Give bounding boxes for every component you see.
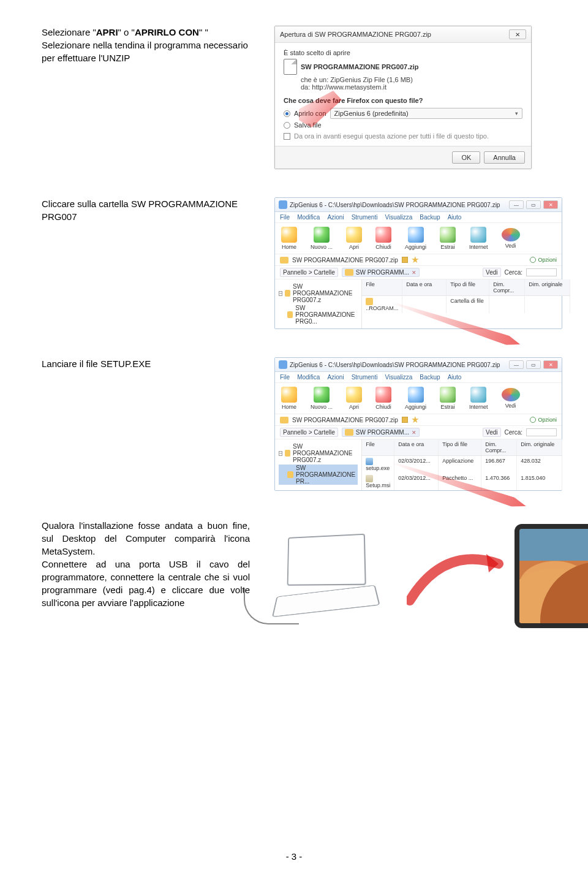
radio-open-with[interactable] (284, 110, 290, 117)
toolbar-home[interactable]: Home (281, 227, 297, 250)
usb-cable (244, 588, 299, 624)
vedi-button[interactable]: Vedi (483, 268, 500, 277)
cancel-button[interactable]: Annulla (484, 151, 525, 164)
toolbar-add[interactable]: Aggiungi (405, 227, 426, 250)
col-type[interactable]: Tipo di file (439, 439, 481, 455)
tree-item[interactable]: −SW PROGRAMMAZIONE PRG007.z (279, 283, 358, 303)
msi-file-icon (366, 475, 373, 482)
option-save-file[interactable]: Salva file (284, 121, 522, 129)
prompt-text: È stato scelto di aprire (284, 49, 522, 56)
menu-item[interactable]: Modifica (297, 374, 320, 381)
tab-row: Pannello > Cartelle SW PROGRAMM...✕ Vedi… (275, 426, 562, 439)
menu-item[interactable]: Backup (420, 214, 440, 221)
col-date[interactable]: Data e ora (402, 279, 447, 295)
options-link[interactable]: Opzioni (530, 417, 557, 423)
toolbar-new[interactable]: Nuovo ... (311, 227, 333, 250)
menu-item[interactable]: Aiuto (448, 214, 462, 221)
menu-item[interactable]: Aiuto (448, 374, 462, 381)
menu-item[interactable]: File (280, 374, 290, 381)
close-icon[interactable]: ✕ (543, 360, 558, 369)
minimize-icon[interactable]: — (509, 200, 524, 209)
col-file[interactable]: File (362, 279, 402, 295)
col-file[interactable]: File (362, 439, 394, 455)
menu-item[interactable]: File (280, 214, 290, 221)
zipgenius-window: ZipGenius 6 - C:\Users\hp\Downloads\SW P… (274, 197, 562, 329)
close-icon[interactable]: ✕ (543, 200, 558, 209)
toolbar-internet[interactable]: Internet (469, 387, 488, 410)
options-link[interactable]: Opzioni (530, 257, 557, 263)
ok-button[interactable]: OK (452, 151, 480, 164)
toolbar-open[interactable]: Apri (346, 387, 362, 410)
toolbar-view[interactable]: Vedi (502, 388, 520, 409)
collapse-icon[interactable]: − (279, 291, 282, 296)
list-item[interactable]: ..ROGRAM... Cartella di file (362, 296, 570, 313)
maximize-icon[interactable]: ▭ (526, 360, 541, 369)
toolbar-extract[interactable]: Estrai (440, 227, 456, 250)
option-open-with[interactable]: Aprirlo con ZipGenius 6 (predefinita) ▾ (284, 108, 522, 119)
col-date[interactable]: Data e ora (394, 439, 439, 455)
col-type[interactable]: Tipo di file (447, 279, 489, 295)
tree-item-selected[interactable]: SW PROGRAMMAZIONE PR... (279, 465, 358, 485)
file-source: da: http://www.metasystem.it (301, 83, 522, 91)
close-icon[interactable]: ✕ (509, 29, 526, 39)
search-input[interactable] (526, 268, 557, 276)
vedi-button[interactable]: Vedi (483, 428, 500, 437)
content-pane: −SW PROGRAMMAZIONE PRG007.z SW PROGRAMMA… (275, 439, 562, 490)
minimize-icon[interactable]: — (509, 360, 524, 369)
close-tab-icon[interactable]: ✕ (412, 430, 417, 436)
path-bar: SW PROGRAMMAZIONE PRG007.zip Opzioni (275, 254, 562, 266)
close-icon (375, 227, 391, 243)
menu-item[interactable]: Azioni (327, 374, 344, 381)
toolbar-add[interactable]: Aggiungi (405, 387, 426, 410)
search-input[interactable] (526, 428, 557, 436)
instruction-text-1: Selezionare "APRI" o "APRIRLO CON" " Sel… (42, 26, 274, 64)
folder-icon (280, 257, 288, 264)
list-pane: File Data e ora Tipo di file Dim. Compr.… (362, 279, 570, 328)
collapse-icon[interactable]: − (279, 451, 282, 456)
open-icon (346, 227, 362, 243)
gear-icon (530, 417, 536, 423)
toolbar-close[interactable]: Chiudi (375, 227, 391, 250)
menu-item[interactable]: Modifica (297, 214, 320, 221)
tree-item[interactable]: −SW PROGRAMMAZIONE PRG007.z (279, 443, 358, 463)
star-icon (412, 256, 419, 264)
tab-active[interactable]: SW PROGRAMM...✕ (342, 268, 420, 277)
text: Qualora l'installazione fosse andata a b… (42, 519, 250, 609)
col-dim[interactable]: Dim. Compr... (481, 439, 517, 455)
toolbar-close[interactable]: Chiudi (375, 387, 391, 410)
col-orig[interactable]: Dim. originale (525, 279, 570, 295)
toolbar-internet[interactable]: Internet (469, 227, 488, 250)
col-orig[interactable]: Dim. originale (517, 439, 562, 455)
panel-toggle[interactable]: Pannello > Cartelle (280, 268, 338, 277)
menu-item[interactable]: Visualizza (385, 374, 412, 381)
checkbox-remember[interactable] (284, 133, 290, 140)
radio-save-file[interactable] (284, 122, 290, 129)
col-dim[interactable]: Dim. Compr... (489, 279, 525, 295)
tree-item[interactable]: SW PROGRAMMAZIONE PRG0... (279, 305, 358, 325)
panel-toggle[interactable]: Pannello > Cartelle (280, 428, 338, 437)
column-headers: File Data e ora Tipo di file Dim. Compr.… (362, 439, 562, 456)
toolbar-open[interactable]: Apri (346, 227, 362, 250)
star-icon (412, 416, 419, 423)
toolbar-extract[interactable]: Estrai (440, 387, 456, 410)
option-remember[interactable]: Da ora in avanti esegui questa azione pe… (284, 132, 522, 140)
menu-item[interactable]: Azioni (327, 214, 344, 221)
toolbar-home[interactable]: Home (281, 387, 297, 410)
maximize-icon[interactable]: ▭ (526, 200, 541, 209)
home-icon (281, 227, 297, 243)
list-item[interactable]: setup.exe 02/03/2012... Applicazione 196… (362, 456, 562, 473)
tab-active[interactable]: SW PROGRAMM...✕ (342, 428, 420, 437)
menu-item[interactable]: Visualizza (385, 214, 412, 221)
list-item[interactable]: Setup.msi 02/03/2012... Pacchetto ... 1.… (362, 473, 562, 490)
menu-item[interactable]: Strumenti (352, 374, 378, 381)
folder-icon (287, 471, 293, 478)
open-with-select[interactable]: ZipGenius 6 (predefinita) ▾ (330, 108, 522, 119)
tree-pane: −SW PROGRAMMAZIONE PRG007.z SW PROGRAMMA… (275, 279, 362, 328)
menu-item[interactable]: Backup (420, 374, 440, 381)
window-title: ZipGenius 6 - C:\Users\hp\Downloads\SW P… (290, 202, 500, 208)
toolbar-view[interactable]: Vedi (502, 228, 520, 249)
toolbar-new[interactable]: Nuovo ... (311, 387, 333, 410)
close-tab-icon[interactable]: ✕ (412, 270, 417, 276)
bold-apri: APRI (96, 27, 118, 37)
menu-item[interactable]: Strumenti (352, 214, 378, 221)
